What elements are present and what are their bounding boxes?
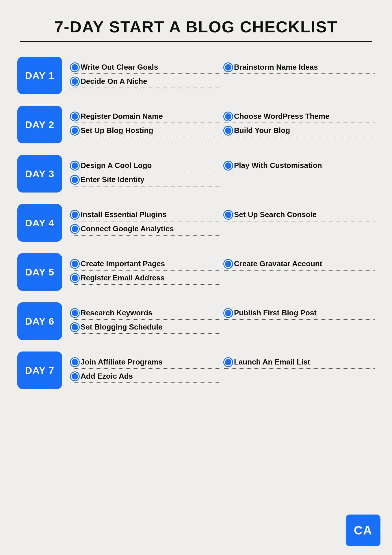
task-checkbox-icon[interactable]	[71, 372, 79, 380]
task-item: Design A Cool Logo	[71, 161, 221, 172]
task-item: Launch An Email List	[224, 358, 375, 369]
tasks-col2-3: Play With Customisation	[224, 161, 375, 186]
task-checkbox-icon[interactable]	[71, 274, 79, 282]
day-row-7: DAY 7Join Affiliate ProgramsAdd Ezoic Ad…	[17, 352, 375, 389]
task-label: Create Important Pages	[81, 259, 165, 268]
task-item: Brainstorm Name Ideas	[224, 63, 375, 74]
task-label: Connect Google Analytics	[81, 224, 174, 233]
task-label: Set Blogging Schedule	[81, 323, 162, 332]
task-label: Play With Customisation	[234, 161, 322, 170]
task-checkbox-icon[interactable]	[224, 127, 232, 135]
task-item: Play With Customisation	[224, 161, 375, 172]
task-label: Enter Site Identity	[81, 175, 144, 184]
day-badge-7: DAY 7	[17, 352, 62, 389]
task-label: Research Keywords	[81, 308, 153, 317]
tasks-container-3: Design A Cool LogoEnter Site IdentityPla…	[71, 161, 375, 186]
task-label: Publish First Blog Post	[234, 308, 317, 317]
title-divider	[20, 41, 372, 42]
task-checkbox-icon[interactable]	[224, 112, 232, 121]
day-badge-5: DAY 5	[17, 253, 62, 291]
task-checkbox-icon[interactable]	[71, 127, 79, 135]
task-checkbox-icon[interactable]	[224, 162, 232, 170]
task-checkbox-icon[interactable]	[71, 211, 79, 219]
task-label: Register Email Address	[81, 273, 165, 282]
days-container: DAY 1Write Out Clear GoalsDecide On A Ni…	[17, 57, 375, 389]
task-checkbox-icon[interactable]	[71, 162, 79, 170]
tasks-col1-7: Join Affiliate ProgramsAdd Ezoic Ads	[71, 358, 221, 383]
task-checkbox-icon[interactable]	[71, 112, 79, 121]
task-item: Research Keywords	[71, 308, 221, 320]
task-item: Create Gravatar Account	[224, 259, 375, 271]
task-checkbox-icon[interactable]	[71, 77, 79, 86]
task-item: Connect Google Analytics	[71, 224, 221, 236]
tasks-container-4: Install Essential PluginsConnect Google …	[71, 210, 375, 236]
tasks-container-1: Write Out Clear GoalsDecide On A NicheBr…	[71, 63, 375, 88]
task-checkbox-icon[interactable]	[71, 323, 79, 331]
task-item: Enter Site Identity	[71, 175, 221, 186]
task-label: Set Up Search Console	[234, 210, 317, 219]
tasks-col1-1: Write Out Clear GoalsDecide On A Niche	[71, 63, 221, 88]
tasks-container-5: Create Important PagesRegister Email Add…	[71, 259, 375, 285]
day-row-3: DAY 3Design A Cool LogoEnter Site Identi…	[17, 155, 375, 193]
day-badge-4: DAY 4	[17, 204, 62, 242]
task-label: Set Up Blog Hosting	[81, 126, 153, 135]
task-checkbox-icon[interactable]	[71, 176, 79, 184]
day-row-6: DAY 6Research KeywordsSet Blogging Sched…	[17, 302, 375, 340]
task-item: Create Important Pages	[71, 259, 221, 271]
day-row-5: DAY 5Create Important PagesRegister Emai…	[17, 253, 375, 291]
day-row-4: DAY 4Install Essential PluginsConnect Go…	[17, 204, 375, 242]
task-label: Join Affiliate Programs	[81, 358, 163, 367]
task-item: Set Up Search Console	[224, 210, 375, 221]
tasks-col1-2: Register Domain NameSet Up Blog Hosting	[71, 112, 221, 137]
task-checkbox-icon[interactable]	[71, 358, 79, 366]
task-checkbox-icon[interactable]	[71, 225, 79, 233]
task-label: Register Domain Name	[81, 112, 163, 121]
task-item: Join Affiliate Programs	[71, 358, 221, 369]
task-item: Write Out Clear Goals	[71, 63, 221, 74]
task-label: Launch An Email List	[234, 358, 310, 367]
tasks-col2-6: Publish First Blog Post	[224, 308, 375, 334]
task-item: Set Up Blog Hosting	[71, 126, 221, 137]
tasks-col2-1: Brainstorm Name Ideas	[224, 63, 375, 88]
task-checkbox-icon[interactable]	[224, 63, 232, 71]
tasks-col2-4: Set Up Search Console	[224, 210, 375, 236]
task-label: Create Gravatar Account	[234, 259, 322, 268]
task-checkbox-icon[interactable]	[71, 260, 79, 268]
day-row-1: DAY 1Write Out Clear GoalsDecide On A Ni…	[17, 57, 375, 94]
tasks-col1-6: Research KeywordsSet Blogging Schedule	[71, 308, 221, 334]
task-label: Decide On A Niche	[81, 77, 147, 86]
task-item: Decide On A Niche	[71, 77, 221, 88]
day-badge-3: DAY 3	[17, 155, 62, 193]
task-checkbox-icon[interactable]	[224, 211, 232, 219]
tasks-container-2: Register Domain NameSet Up Blog HostingC…	[71, 112, 375, 137]
day-badge-6: DAY 6	[17, 302, 62, 340]
task-item: Build Your Blog	[224, 126, 375, 137]
task-checkbox-icon[interactable]	[71, 63, 79, 71]
tasks-container-7: Join Affiliate ProgramsAdd Ezoic AdsLaun…	[71, 358, 375, 383]
day-row-2: DAY 2Register Domain NameSet Up Blog Hos…	[17, 106, 375, 143]
task-checkbox-icon[interactable]	[71, 309, 79, 317]
task-item: Set Blogging Schedule	[71, 323, 221, 334]
task-label: Design A Cool Logo	[81, 161, 152, 170]
task-checkbox-icon[interactable]	[224, 260, 232, 268]
task-checkbox-icon[interactable]	[224, 358, 232, 366]
tasks-col2-7: Launch An Email List	[224, 358, 375, 383]
task-label: Install Essential Plugins	[81, 210, 167, 219]
day-badge-1: DAY 1	[17, 57, 62, 94]
task-checkbox-icon[interactable]	[224, 309, 232, 317]
task-item: Install Essential Plugins	[71, 210, 221, 221]
tasks-col1-3: Design A Cool LogoEnter Site Identity	[71, 161, 221, 186]
tasks-col1-4: Install Essential PluginsConnect Google …	[71, 210, 221, 236]
task-label: Choose WordPress Theme	[234, 112, 329, 121]
task-label: Write Out Clear Goals	[81, 63, 158, 72]
task-item: Register Domain Name	[71, 112, 221, 123]
task-label: Brainstorm Name Ideas	[234, 63, 318, 72]
task-label: Add Ezoic Ads	[81, 372, 133, 381]
day-badge-2: DAY 2	[17, 106, 62, 143]
tasks-col2-2: Choose WordPress ThemeBuild Your Blog	[224, 112, 375, 137]
tasks-col2-5: Create Gravatar Account	[224, 259, 375, 285]
task-item: Register Email Address	[71, 273, 221, 285]
task-label: Build Your Blog	[234, 126, 290, 135]
tasks-container-6: Research KeywordsSet Blogging SchedulePu…	[71, 308, 375, 334]
task-item: Publish First Blog Post	[224, 308, 375, 320]
